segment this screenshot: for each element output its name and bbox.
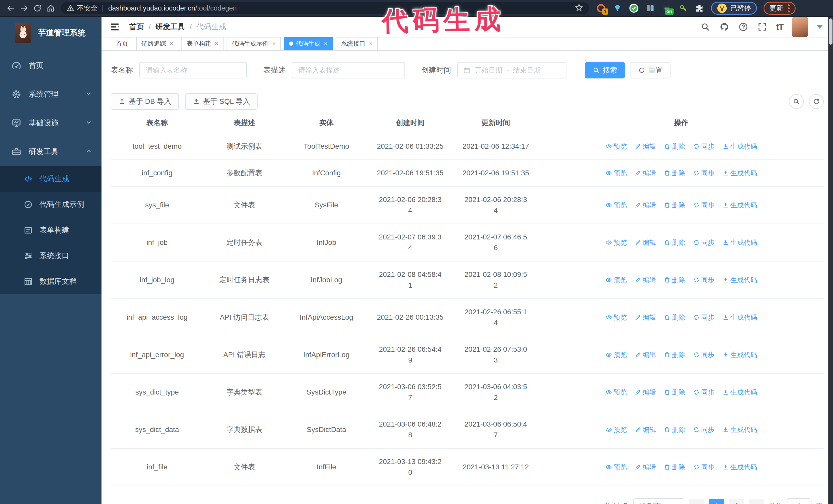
table-desc-input[interactable] bbox=[292, 62, 405, 78]
page-size-select[interactable]: 10条/页 bbox=[633, 498, 684, 504]
bookmark-star-icon[interactable] bbox=[575, 3, 584, 13]
sync-link[interactable]: 同步 bbox=[693, 312, 715, 323]
edit-link[interactable]: 编辑 bbox=[635, 237, 656, 248]
table-row[interactable]: inf_api_error_log API 错误日志 InfApiErrorLo… bbox=[111, 336, 824, 374]
font-size-icon[interactable]: tT bbox=[776, 22, 783, 32]
table-name-input[interactable] bbox=[139, 62, 247, 78]
sidebar-item-db-doc[interactable]: 数据库文档 bbox=[0, 269, 101, 294]
page-button-2[interactable]: 2 bbox=[729, 499, 744, 504]
edit-link[interactable]: 编辑 bbox=[635, 312, 656, 323]
extension-tabs-icon[interactable] bbox=[645, 3, 655, 13]
sync-link[interactable]: 同步 bbox=[693, 168, 715, 178]
next-page-button[interactable] bbox=[749, 499, 764, 504]
sidebar-item-infra[interactable]: 基础设施 bbox=[0, 109, 101, 137]
delete-link[interactable]: 删除 bbox=[664, 350, 685, 360]
delete-link[interactable]: 删除 bbox=[664, 424, 685, 435]
help-icon[interactable] bbox=[738, 22, 748, 32]
preview-link[interactable]: 预览 bbox=[605, 312, 627, 323]
browser-profile-chip[interactable]: 已暂停 bbox=[711, 2, 757, 15]
sidebar-item-devtools[interactable]: 研发工具 bbox=[0, 137, 101, 166]
browser-reload-icon[interactable] bbox=[31, 2, 44, 15]
toggle-search-button[interactable] bbox=[789, 94, 804, 109]
tab-tracing[interactable]: 链路追踪× bbox=[136, 37, 178, 50]
page-scrollbar[interactable] bbox=[828, 17, 833, 504]
user-avatar[interactable] bbox=[792, 17, 808, 37]
date-range-picker[interactable]: 开始日期 - 结束日期 bbox=[457, 62, 567, 78]
table-row[interactable]: sys_dict_data 字典数据表 SysDictData 2021-03-… bbox=[111, 411, 824, 448]
preview-link[interactable]: 预览 bbox=[605, 141, 627, 152]
delete-link[interactable]: 删除 bbox=[664, 312, 685, 323]
close-icon[interactable]: × bbox=[369, 40, 373, 47]
sync-link[interactable]: 同步 bbox=[693, 350, 715, 360]
extension-key-icon[interactable] bbox=[678, 3, 688, 13]
extension-orange-icon[interactable]: 1 bbox=[596, 3, 606, 13]
fullscreen-icon[interactable] bbox=[757, 22, 767, 32]
sync-link[interactable]: 同步 bbox=[693, 237, 715, 248]
close-icon[interactable]: × bbox=[272, 40, 276, 47]
sidebar-item-codegen[interactable]: 代码生成 bbox=[0, 166, 101, 192]
goto-page-input[interactable] bbox=[787, 498, 811, 504]
sidebar-item-system[interactable]: 系统管理 bbox=[0, 80, 101, 109]
search-button[interactable]: 搜索 bbox=[585, 62, 625, 78]
sidebar-item-home[interactable]: 首页 bbox=[0, 51, 101, 80]
browser-back-icon[interactable] bbox=[4, 2, 18, 15]
preview-link[interactable]: 预览 bbox=[605, 200, 627, 211]
scrollbar-thumb[interactable] bbox=[829, 19, 832, 45]
tab-system-api[interactable]: 系统接口× bbox=[336, 37, 378, 50]
delete-link[interactable]: 删除 bbox=[664, 200, 685, 211]
sync-link[interactable]: 同步 bbox=[693, 274, 715, 285]
reset-button[interactable]: 重置 bbox=[630, 62, 670, 78]
prev-page-button[interactable] bbox=[689, 499, 704, 504]
generate-code-link[interactable]: 生成代码 bbox=[722, 387, 757, 398]
generate-code-link[interactable]: 生成代码 bbox=[722, 462, 757, 473]
sql-import-button[interactable]: 基于 SQL 导入 bbox=[185, 93, 258, 110]
extensions-puzzle-icon[interactable] bbox=[695, 3, 704, 13]
sync-link[interactable]: 同步 bbox=[693, 424, 715, 435]
table-row[interactable]: inf_config 参数配置表 InfConfig 2021-02-06 19… bbox=[111, 160, 824, 186]
edit-link[interactable]: 编辑 bbox=[635, 141, 656, 152]
page-button-1[interactable]: 1 bbox=[709, 499, 724, 504]
preview-link[interactable]: 预览 bbox=[605, 462, 627, 473]
table-row[interactable]: inf_job_log 定时任务日志表 InfJobLog 2021-02-08… bbox=[111, 261, 824, 299]
tab-form-builder[interactable]: 表单构建× bbox=[182, 37, 223, 50]
table-row[interactable]: inf_api_access_log API 访问日志表 InfApiAcces… bbox=[111, 299, 824, 336]
generate-code-link[interactable]: 生成代码 bbox=[722, 350, 757, 360]
tab-codegen[interactable]: 代码生成× bbox=[284, 37, 333, 50]
search-icon[interactable] bbox=[700, 22, 711, 32]
refresh-table-button[interactable] bbox=[809, 94, 824, 109]
preview-link[interactable]: 预览 bbox=[605, 350, 627, 360]
table-row[interactable]: tool_test_demo 测试示例表 ToolTestDemo 2021-0… bbox=[111, 133, 824, 160]
table-row[interactable]: sys_file 文件表 SysFile 2021-02-06 20:28:3 … bbox=[111, 186, 824, 224]
extension-green-check-icon[interactable] bbox=[629, 3, 639, 13]
avatar-caret-down-icon[interactable] bbox=[816, 25, 823, 29]
db-import-button[interactable]: 基于 DB 导入 bbox=[111, 93, 179, 110]
generate-code-link[interactable]: 生成代码 bbox=[722, 237, 757, 248]
delete-link[interactable]: 删除 bbox=[664, 141, 685, 152]
edit-link[interactable]: 编辑 bbox=[635, 274, 656, 285]
close-icon[interactable]: × bbox=[170, 40, 173, 47]
preview-link[interactable]: 预览 bbox=[605, 274, 627, 285]
sidebar-item-form-builder[interactable]: 表单构建 bbox=[0, 217, 101, 243]
delete-link[interactable]: 删除 bbox=[664, 462, 685, 473]
app-logo-row[interactable]: 芋道管理系统 bbox=[0, 17, 101, 49]
extension-gem-icon[interactable] bbox=[613, 3, 622, 13]
breadcrumb-devtools[interactable]: 研发工具 bbox=[155, 22, 185, 32]
edit-link[interactable]: 编辑 bbox=[635, 387, 656, 398]
generate-code-link[interactable]: 生成代码 bbox=[722, 200, 757, 211]
edit-link[interactable]: 编辑 bbox=[635, 168, 656, 178]
generate-code-link[interactable]: 生成代码 bbox=[722, 141, 757, 152]
tab-home[interactable]: 首页 bbox=[111, 37, 133, 50]
preview-link[interactable]: 预览 bbox=[605, 237, 627, 248]
table-row[interactable]: sys_dict_type 字典类型表 SysDictType 2021-03-… bbox=[111, 374, 824, 411]
extension-dark-on-icon[interactable]: on bbox=[662, 3, 671, 13]
table-row[interactable]: inf_file 文件表 InfFile 2021-03-13 09:43:2 … bbox=[111, 448, 824, 486]
sync-link[interactable]: 同步 bbox=[693, 387, 715, 398]
table-row[interactable]: inf_job 定时任务表 InfJob 2021-02-07 06:39:3 … bbox=[111, 224, 824, 261]
browser-update-button[interactable]: 更新 bbox=[764, 2, 795, 15]
close-icon[interactable]: × bbox=[324, 40, 328, 47]
close-icon[interactable]: × bbox=[215, 40, 218, 47]
delete-link[interactable]: 删除 bbox=[664, 274, 685, 285]
browser-home-icon[interactable] bbox=[44, 2, 57, 15]
preview-link[interactable]: 预览 bbox=[605, 387, 627, 398]
delete-link[interactable]: 删除 bbox=[664, 237, 685, 248]
